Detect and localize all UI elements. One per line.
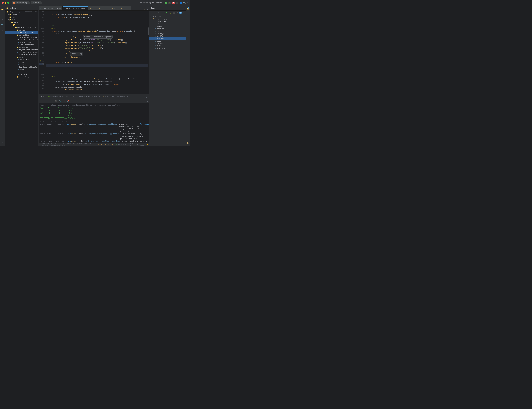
screenshot-button[interactable]: 📷 xyxy=(59,100,62,103)
maven-test[interactable]: ⊙ test xyxy=(150,30,186,33)
search-button[interactable]: 🔍 xyxy=(183,1,186,4)
maven-dependencies[interactable]: ▸ ⊞ Dependencies xyxy=(150,47,186,50)
branch-selector[interactable]: ⎇ main ▾ xyxy=(31,1,42,4)
tree-item-stay-reserved-date[interactable]: C StayReservedDate xyxy=(5,64,38,66)
tree-item-exception[interactable]: ▾ 📁 exception xyxy=(5,46,38,49)
settings-console-button[interactable]: ⚙ xyxy=(71,100,74,103)
bottom-tab-install[interactable]: m staybooking [Install] ✕ xyxy=(102,95,129,99)
code-content[interactable]: @Bean public PasswordEncoder passwordEnc… xyxy=(45,11,149,94)
tree-item-user-already-exist[interactable]: C UserAlreadyExistException xyxy=(5,51,38,54)
maven-package[interactable]: ⊙ package xyxy=(150,33,186,35)
editor-scrollbar[interactable] xyxy=(148,11,149,94)
tab-au-db[interactable]: ⊞ au... ▾ xyxy=(119,6,131,10)
maven-profiles[interactable]: ▸ Profiles xyxy=(150,16,186,18)
tab-more-icon[interactable]: ⋯ xyxy=(132,8,133,10)
tab-stay-controller[interactable]: C StayController.java xyxy=(38,6,62,10)
maven-site[interactable]: ⊙ site xyxy=(150,40,186,42)
close-button[interactable] xyxy=(2,2,4,4)
tree-item-root[interactable]: ▾ 📁 staybooking ~/Desktop/Projects/StayB… xyxy=(5,11,38,13)
sidebar-icon-search[interactable]: 🔍 xyxy=(0,23,5,27)
sidebar-icon-folder[interactable]: 📁 xyxy=(0,7,5,12)
maven-settings-btn[interactable]: ⚙ xyxy=(182,11,185,14)
run-gutter-icon[interactable]: ▶ xyxy=(40,27,40,30)
tab-close-icon[interactable]: ✕ xyxy=(99,96,100,98)
maximize-button[interactable] xyxy=(7,2,9,4)
tree-item-user[interactable]: C User xyxy=(5,71,38,73)
scroll-down-icon[interactable]: ↓ xyxy=(147,100,148,102)
tree-item-token[interactable]: C Token xyxy=(5,68,38,71)
sidebar-icon-more[interactable]: ⋯ xyxy=(0,140,5,145)
maven-staybooking[interactable]: ▾ // staybooking xyxy=(150,18,186,20)
maven-skip-tests-btn[interactable]: ⊘ xyxy=(176,11,179,14)
console-content[interactable]: /Users/eve/Library/Java/JavaVirtualMachi… xyxy=(38,103,149,143)
maven-debug-btn[interactable]: 🐛 xyxy=(169,11,172,14)
tab-close-icon[interactable]: ✕ xyxy=(127,96,128,98)
tree-item-custom-exception[interactable]: C CustomExceptionHandler xyxy=(5,39,38,41)
maven-deploy[interactable]: ⊙ deploy xyxy=(150,42,186,45)
bottom-tab-staybooking-app[interactable]: 🌿 StaybookingApplication ✕ xyxy=(46,95,76,99)
tree-item-controller[interactable]: ▾ 📁 controller xyxy=(5,34,38,36)
maven-plugins[interactable]: ▸ ⊞ Plugins xyxy=(150,45,186,47)
notifications-panel-icon[interactable]: 🔔 xyxy=(186,7,190,11)
tree-item-java[interactable]: ▾ 📁 java xyxy=(5,24,38,26)
tree-item-authority[interactable]: C Authority xyxy=(5,59,38,61)
maven-play-btn[interactable]: ▶ xyxy=(165,11,168,14)
stop-console-button[interactable]: ⬛ xyxy=(55,100,58,103)
minimize-button[interactable] xyxy=(5,2,6,4)
run-gutter-icon[interactable]: ▶ xyxy=(40,74,40,76)
maven-add-btn[interactable]: ↓ xyxy=(153,11,157,14)
more-tabs-icon[interactable]: ▾ xyxy=(128,8,129,9)
tree-item-package[interactable]: ▾ 📁 com.eve.staybooking xyxy=(5,26,38,29)
maven-download-btn[interactable]: ↑ xyxy=(157,11,160,14)
tab-close-icon[interactable]: ✕ xyxy=(86,8,86,9)
tree-item-repository[interactable]: ▾ 📁 repository xyxy=(5,76,38,78)
maven-lifecycle[interactable]: ▾ ⟲ Lifecycle xyxy=(150,20,186,23)
stop-button[interactable]: ■ xyxy=(172,1,175,4)
record-button[interactable]: ⏺ xyxy=(63,100,66,103)
maven-compile[interactable]: ⊙ compile xyxy=(150,28,186,30)
run-button[interactable]: ▶ xyxy=(164,1,167,4)
debug-button[interactable]: 🐛 xyxy=(168,1,171,4)
tree-item-user-role[interactable]: C UserRole xyxy=(5,73,38,76)
bulb-icon[interactable]: 💡 xyxy=(40,60,42,63)
tree-item-stay-reserved-date-key[interactable]: C StayReservedDateKey xyxy=(5,66,38,68)
tab-user-db[interactable]: ⊞ user xyxy=(110,6,119,10)
log-link[interactable]: /Users/eve/Desktop/... xyxy=(140,123,149,133)
panel-close-icon[interactable]: ✕ xyxy=(146,96,147,99)
expand-warnings-icon[interactable]: ▾ xyxy=(147,9,148,10)
maven-m-icon[interactable]: m xyxy=(186,141,190,145)
tab-stay-db[interactable]: ⊞ stay xyxy=(88,6,97,10)
maven-verify[interactable]: ⊙ verify xyxy=(150,35,186,37)
more-button[interactable]: ⋯ xyxy=(175,1,178,4)
tab-stay-seq-db[interactable]: ⊞ stay_seq xyxy=(97,6,110,10)
maven-stop-btn[interactable]: ⬛ xyxy=(172,11,175,14)
tree-item-main[interactable]: ▾ 📁 main xyxy=(5,21,38,24)
sidebar-icon-branches[interactable]: ⎇ xyxy=(0,17,5,22)
maven-refresh-btn[interactable]: ⟳ xyxy=(150,11,153,14)
tree-item-register-controller[interactable]: C RegisterController xyxy=(5,41,38,44)
tree-item-auth-controller[interactable]: C AuthenticationController xyxy=(5,36,38,39)
maven-install[interactable]: ⊙ install xyxy=(150,37,186,40)
settings-button[interactable]: ⚙ xyxy=(187,1,188,4)
tree-item-config[interactable]: ▾ 📁 config xyxy=(5,29,38,31)
notifications-icon[interactable]: 🔔 xyxy=(146,144,148,145)
project-selector[interactable]: S staybooking ▾ xyxy=(12,1,29,4)
tree-item-stay-not-exist[interactable]: C StayNotExistException xyxy=(5,49,38,51)
bottom-tab-run[interactable]: Run xyxy=(40,95,46,99)
restart-button[interactable]: ⟳ xyxy=(51,100,54,103)
bottom-tab-clean[interactable]: m staybooking [clean] ✕ xyxy=(76,95,102,99)
run-gutter-icon[interactable]: ▶ xyxy=(41,11,41,13)
maven-clean[interactable]: ⊙ clean xyxy=(150,23,186,25)
tree-item-stay-controller[interactable]: C StayController xyxy=(5,44,38,46)
panel-more-icon[interactable]: ⋯ xyxy=(144,96,146,99)
maven-run-btn[interactable]: + xyxy=(161,11,164,14)
tree-item-model[interactable]: ▾ 📁 model xyxy=(5,56,38,59)
sidebar-icon-commit[interactable]: ⟲ xyxy=(0,12,5,17)
profile-button[interactable]: 👤 xyxy=(180,1,182,4)
tree-item-stay[interactable]: C Stay xyxy=(5,61,38,64)
tree-item-user-not-exist[interactable]: C UserNotExistException xyxy=(5,54,38,56)
tree-item-src[interactable]: ▾ 📁 src xyxy=(5,18,38,21)
scroll-up-icon[interactable]: ↑ xyxy=(145,100,146,102)
pin-button[interactable]: 📌 xyxy=(66,100,70,103)
maven-validate[interactable]: ⊙ validate xyxy=(150,25,186,28)
